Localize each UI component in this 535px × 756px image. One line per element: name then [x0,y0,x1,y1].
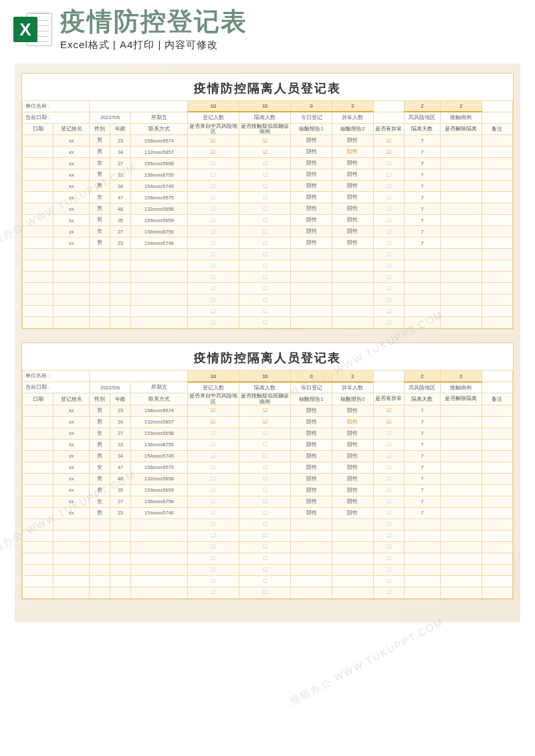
table-row: xx男35159xxxx5659 ☐☐ 阴性阴性 ☐7 [23,484,513,496]
table-row: xx女47158xxxx9575 ☐☐ 阴性阴性 ☐7 [23,192,513,203]
table-row: xx男33136xxxx8755 ☐☐ 阴性阴性 ☐7 [23,169,513,181]
main-title: 疫情防控登记表 [60,8,522,36]
table-row-empty: ☐☐ ☐ [23,317,513,328]
table-row: xx男34132xxxx5857 ☑☑ 阴性阳性 ☑7 [23,416,513,428]
unit-row: 单位名称： 10 10 0 2 2 2 [23,100,513,112]
date-row: 当前日期： 2022/5/6 星期五 登记人数 隔离人数 今日登记 异常人数 高… [23,382,513,393]
table-row: xx男33136xxxx8755 ☐☐ 阴性阴性 ☐7 [23,439,513,450]
table-row-empty: ☐☐ ☐ [23,249,513,260]
excel-icon: X [13,10,52,49]
table-row: xx女27159xxxx5658 ☐☐ 阴性阴性 ☐7 [23,158,513,169]
header-row: 日期登记姓名性别 年龄联系方式 是否来自中高风险地区 是否接触疑似或确诊病例 核… [23,123,513,135]
watermark: 熊猫办公 WWW.TUKUPPT.COM [288,616,446,708]
table-row-empty: ☐☐ ☐ [23,283,513,294]
table-row: xx女47158xxxx9575 ☐☐ 阴性阴性 ☐7 [23,462,513,473]
excel-x-glyph: X [13,17,37,42]
table-row-empty: ☐☐ ☐ [23,294,513,306]
registration-table: 单位名称： 10 10 0 2 2 2 当前日期： 2022/5/6 星期五 登… [22,370,513,599]
table-row: xx男34154xxxx5745 ☐☐ 阴性阴性 ☐7 [23,181,513,192]
table-row-empty: ☐☐ ☐ [23,260,513,272]
date-row: 当前日期： 2022/5/6 星期五 登记人数 隔离人数 今日登记 异常人数 高… [23,112,513,123]
table-row-empty: ☐☐ ☐ [23,530,513,541]
table-row-empty: ☐☐ ☐ [23,272,513,283]
table-row-empty: ☐☐ ☐ [23,518,513,530]
template-header: X 疫情防控登记表 Excel格式 | A4打印 | 内容可修改 [0,0,535,54]
registration-table: 单位名称： 10 10 0 2 2 2 当前日期： 2022/5/6 星期五 登… [22,100,513,329]
table-row: xx男34154xxxx5745 ☐☐ 阴性阴性 ☐7 [23,450,513,462]
table-row-empty: ☐☐ ☐ [23,306,513,317]
sheet-title: 疫情防控隔离人员登记表 [22,343,513,370]
spreadsheet: 疫情防控隔离人员登记表 单位名称： 10 10 0 2 2 2 当 [21,343,514,599]
table-row: xx男48132xxxx5858 ☐☐ 阴性阴性 ☐7 [23,203,513,215]
table-row-empty: ☐☐ ☐ [23,575,513,587]
spreadsheet: 疫情防控隔离人员登记表 单位名称： 10 10 0 2 2 2 当 [21,73,514,330]
table-row: xx男23158xxxx9574 ☑☑ 阴性阴性 ☑7 [23,135,513,147]
table-row: xx男23158xxxx9574 ☑☑ 阴性阴性 ☑7 [23,405,513,416]
preview-area: 疫情防控隔离人员登记表 单位名称： 10 10 0 2 2 2 当 [15,64,520,622]
table-row: xx女27159xxxx5658 ☐☐ 阴性阴性 ☐7 [23,428,513,439]
table-row-empty: ☐☐ ☐ [23,587,513,598]
header-row: 日期登记姓名性别 年龄联系方式 是否来自中高风险地区 是否接触疑似或确诊病例 核… [23,393,513,405]
table-row: xx男48132xxxx5858 ☐☐ 阴性阴性 ☐7 [23,473,513,484]
table-row-empty: ☐☐ ☐ [23,553,513,564]
table-row: xx男35159xxxx5659 ☐☐ 阴性阴性 ☐7 [23,215,513,226]
sheet-title: 疫情防控隔离人员登记表 [22,74,513,100]
table-row: xx男23154xxxx5746 ☐☐ 阴性阴性 ☐7 [23,507,513,518]
table-row: xx男34132xxxx5857 ☑☑ 阴性阳性 ☑7 [23,147,513,158]
table-row: xx女27136xxxx8756 ☐☐ 阴性阴性 ☐7 [23,496,513,507]
table-row-empty: ☐☐ ☐ [23,541,513,553]
unit-row: 单位名称： 10 10 0 2 2 2 [23,371,513,382]
table-row: xx男23154xxxx5746 ☐☐ 阴性阴性 ☐7 [23,238,513,249]
table-row-empty: ☐☐ ☐ [23,564,513,575]
table-row: xx女27136xxxx8756 ☐☐ 阴性阴性 ☐7 [23,226,513,238]
sub-title: Excel格式 | A4打印 | 内容可修改 [60,39,522,52]
